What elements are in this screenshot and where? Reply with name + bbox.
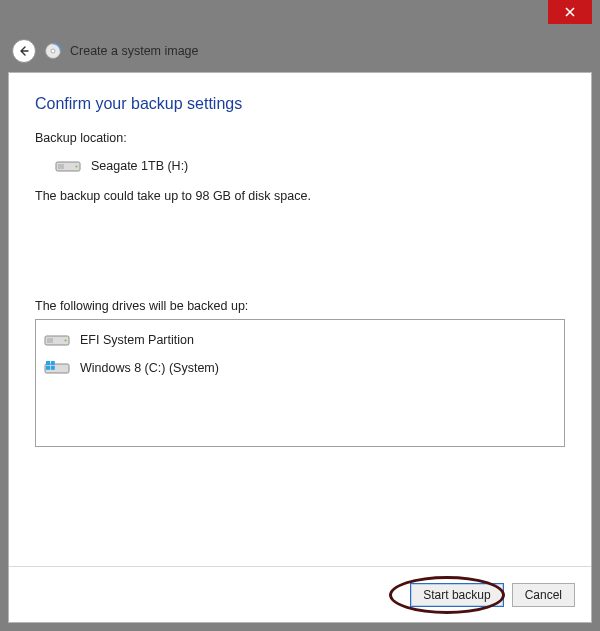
- wizard-window: Create a system image Confirm your backu…: [0, 0, 600, 631]
- list-item[interactable]: Windows 8 (C:) (System): [42, 354, 558, 382]
- windows-drive-icon: [44, 359, 70, 377]
- backup-location-label: Backup location:: [35, 131, 565, 145]
- wizard-footer: Start backup Cancel: [9, 566, 591, 622]
- drive-item-label: EFI System Partition: [80, 333, 194, 347]
- drives-list: EFI System Partition Windows 8 (C:) (Sys…: [35, 319, 565, 447]
- system-image-icon: [44, 42, 62, 60]
- wizard-title: Create a system image: [70, 44, 199, 58]
- hard-drive-icon: [55, 157, 81, 175]
- svg-rect-10: [51, 361, 55, 365]
- wizard-header: Create a system image: [12, 38, 588, 64]
- svg-rect-12: [51, 366, 55, 370]
- cancel-button[interactable]: Cancel: [512, 583, 575, 607]
- svg-rect-11: [46, 366, 50, 370]
- svg-rect-7: [47, 338, 53, 343]
- svg-point-3: [76, 166, 78, 168]
- start-backup-button[interactable]: Start backup: [410, 583, 503, 607]
- svg-rect-9: [46, 361, 50, 365]
- svg-point-1: [51, 49, 55, 53]
- back-arrow-icon: [18, 45, 30, 57]
- backup-location-name: Seagate 1TB (H:): [91, 159, 188, 173]
- svg-point-6: [65, 340, 67, 342]
- hard-drive-icon: [44, 331, 70, 349]
- drive-item-label: Windows 8 (C:) (System): [80, 361, 219, 375]
- wizard-content-panel: Confirm your backup settings Backup loca…: [8, 72, 592, 623]
- back-button[interactable]: [12, 39, 36, 63]
- svg-rect-4: [58, 164, 64, 169]
- drives-list-label: The following drives will be backed up:: [35, 299, 565, 313]
- window-close-button[interactable]: [548, 0, 592, 24]
- page-heading: Confirm your backup settings: [35, 95, 565, 113]
- backup-size-estimate: The backup could take up to 98 GB of dis…: [35, 189, 565, 203]
- backup-location-drive: Seagate 1TB (H:): [55, 157, 565, 175]
- close-icon: [565, 7, 575, 17]
- list-item[interactable]: EFI System Partition: [42, 326, 558, 354]
